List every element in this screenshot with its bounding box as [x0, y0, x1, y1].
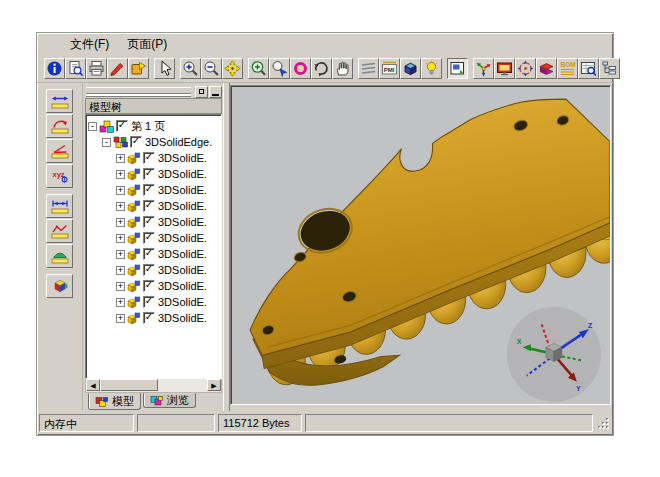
assembly-icon — [113, 136, 128, 149]
resize-grip[interactable] — [596, 416, 611, 431]
pan-move-button[interactable] — [222, 58, 243, 79]
markup-pen-button[interactable] — [107, 58, 128, 79]
thumbnail-view-button[interactable] — [447, 58, 468, 79]
part-icon — [127, 312, 141, 325]
part-icon — [127, 200, 141, 213]
zoom-in-button[interactable] — [180, 58, 201, 79]
panel-tabs: 模型 浏览 — [85, 393, 222, 411]
expand-toggle[interactable]: + — [116, 170, 125, 179]
visibility-checkbox[interactable]: ✓ — [143, 248, 155, 260]
part-icon — [127, 168, 141, 181]
view-cube-button[interactable] — [400, 58, 421, 79]
visibility-checkbox[interactable]: ✓ — [143, 280, 155, 292]
tree-hscrollbar[interactable]: ◀ ▶ — [85, 379, 222, 393]
scroll-left-button[interactable]: ◀ — [86, 379, 100, 391]
tree-row-part[interactable]: + ✓ 3DSolidE. — [88, 230, 221, 246]
visibility-checkbox[interactable]: ✓ — [143, 296, 155, 308]
expand-toggle[interactable]: + — [116, 282, 125, 291]
model-tab-icon — [95, 396, 109, 408]
menu-page[interactable]: 页面(P) — [118, 34, 176, 55]
panel-float-button[interactable] — [195, 86, 208, 98]
visibility-checkbox[interactable]: ✓ — [143, 232, 155, 244]
tree-row-part[interactable]: + ✓ 3DSolidE. — [88, 246, 221, 262]
visibility-checkbox[interactable]: ✓ — [116, 120, 128, 132]
dim-arc-button[interactable] — [46, 244, 73, 268]
explode-view-button[interactable] — [473, 58, 494, 79]
pmi-display-button[interactable]: PMI — [379, 58, 400, 79]
visibility-checkbox[interactable]: ✓ — [143, 184, 155, 196]
export-button[interactable] — [128, 58, 149, 79]
collapse-toggle[interactable]: - — [88, 122, 97, 131]
dim-linear-button[interactable] — [46, 89, 73, 113]
tree-row-part[interactable]: + ✓ 3DSolidE. — [88, 294, 221, 310]
section-lines-button[interactable] — [358, 58, 379, 79]
visibility-checkbox[interactable]: ✓ — [143, 264, 155, 276]
expand-toggle[interactable]: + — [116, 202, 125, 211]
zoom-pointer-button[interactable] — [269, 58, 290, 79]
tree-row-part[interactable]: + ✓ 3DSolidE. — [88, 182, 221, 198]
visibility-checkbox[interactable]: ✓ — [143, 152, 155, 164]
visibility-checkbox[interactable]: ✓ — [143, 216, 155, 228]
tree-row-part[interactable]: + ✓ 3DSolidE. — [88, 150, 221, 166]
panel-splitter[interactable] — [223, 83, 230, 411]
tree-row-page[interactable]: - ✓ 第 1 页 — [88, 118, 221, 134]
menu-file[interactable]: 文件(F) — [61, 34, 118, 55]
spin-view-button[interactable] — [515, 58, 536, 79]
expand-toggle[interactable]: + — [116, 250, 125, 259]
tree-row-part[interactable]: + ✓ 3DSolidE. — [88, 166, 221, 182]
tree-row-part[interactable]: + ✓ 3DSolidE. — [88, 278, 221, 294]
print-preview-button[interactable] — [65, 58, 86, 79]
dim-angle-button[interactable] — [46, 139, 73, 163]
panel-title: 模型树 — [85, 98, 222, 114]
dim-curve-button[interactable] — [46, 219, 73, 243]
visibility-checkbox[interactable]: ✓ — [143, 200, 155, 212]
measure-3d-button[interactable] — [46, 274, 73, 298]
select-cursor-button[interactable] — [154, 58, 175, 79]
scroll-thumb[interactable] — [100, 379, 158, 391]
visibility-checkbox[interactable]: ✓ — [130, 136, 142, 148]
scroll-right-button[interactable]: ▶ — [207, 379, 221, 391]
dim-chain-button[interactable] — [46, 194, 73, 218]
visibility-checkbox[interactable]: ✓ — [143, 312, 155, 324]
expand-toggle[interactable]: + — [116, 154, 125, 163]
rotate-center-button[interactable] — [290, 58, 311, 79]
find-table-button[interactable] — [578, 58, 599, 79]
tree-row-part[interactable]: + ✓ 3DSolidE. — [88, 262, 221, 278]
zoom-window-button[interactable] — [248, 58, 269, 79]
print-button[interactable] — [86, 58, 107, 79]
expand-toggle[interactable]: + — [116, 186, 125, 195]
panel-hide-button[interactable] — [209, 86, 222, 98]
browse-tab-icon — [150, 395, 164, 407]
full-screen-button[interactable] — [494, 58, 515, 79]
svg-text:X: X — [517, 338, 522, 345]
tree-row-part[interactable]: + ✓ 3DSolidE. — [88, 310, 221, 326]
panel-gripper[interactable] — [85, 85, 222, 98]
tree-row-assembly[interactable]: - ✓ 3DSolidEdge. — [88, 134, 221, 150]
collapse-toggle[interactable]: - — [102, 138, 111, 147]
render-mode-button[interactable] — [536, 58, 557, 79]
lighting-button[interactable] — [421, 58, 442, 79]
expand-toggle[interactable]: + — [116, 218, 125, 227]
expand-toggle[interactable]: + — [116, 266, 125, 275]
part-icon — [127, 264, 141, 277]
visibility-checkbox[interactable]: ✓ — [143, 168, 155, 180]
expand-toggle[interactable]: + — [116, 314, 125, 323]
tree-row-part[interactable]: + ✓ 3DSolidE. — [88, 198, 221, 214]
tab-model[interactable]: 模型 — [88, 393, 141, 410]
model-tree-toggle-button[interactable] — [599, 58, 620, 79]
about-button[interactable] — [44, 58, 65, 79]
zoom-out-button[interactable] — [201, 58, 222, 79]
status-cell-2 — [137, 414, 215, 432]
tree-row-part[interactable]: + ✓ 3DSolidE. — [88, 214, 221, 230]
expand-toggle[interactable]: + — [116, 298, 125, 307]
orientation-axes: Z X Y — [507, 307, 601, 402]
expand-toggle[interactable]: + — [116, 234, 125, 243]
viewport-canvas[interactable]: Z X Y — [230, 85, 611, 405]
dim-radius-button[interactable] — [46, 114, 73, 138]
bom-table-button[interactable]: BOM — [557, 58, 578, 79]
tab-browse[interactable]: 浏览 — [143, 393, 196, 408]
dim-coordinate-button[interactable]: xyz — [46, 164, 73, 188]
pan-hand-button[interactable] — [332, 58, 353, 79]
part-icon — [127, 152, 141, 165]
rotate-view-button[interactable] — [311, 58, 332, 79]
